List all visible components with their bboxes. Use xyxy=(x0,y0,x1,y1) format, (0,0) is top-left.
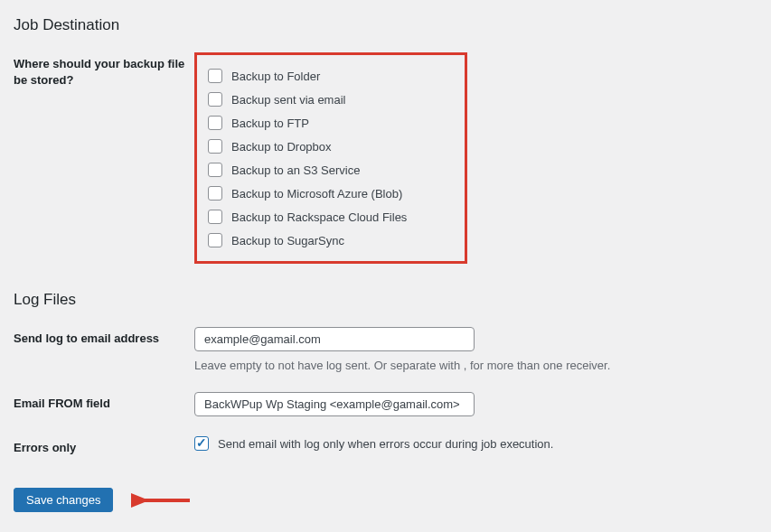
backup-to-azure-label[interactable]: Backup to Microsoft Azure (Blob) xyxy=(231,187,402,201)
backup-to-dropbox-label[interactable]: Backup to Dropbox xyxy=(231,140,332,154)
backup-to-folder-checkbox[interactable] xyxy=(208,69,222,83)
errors-only-checkbox[interactable] xyxy=(194,436,209,451)
backup-to-dropbox-checkbox[interactable] xyxy=(208,139,222,154)
destination-option: Backup to Rackspace Cloud Files xyxy=(208,205,454,229)
email-from-input[interactable] xyxy=(194,392,475,416)
backup-to-rackspace-label[interactable]: Backup to Rackspace Cloud Files xyxy=(231,210,407,224)
arrow-annotation-icon xyxy=(131,490,194,511)
backup-to-folder-label[interactable]: Backup to Folder xyxy=(231,70,320,83)
errors-only-label: Errors only xyxy=(14,436,194,456)
store-label: Where should your backup file be stored? xyxy=(14,52,194,89)
backup-to-sugarsync-label[interactable]: Backup to SugarSync xyxy=(231,234,344,247)
destination-options-box: Backup to Folder Backup sent via email B… xyxy=(194,52,467,264)
backup-to-s3-checkbox[interactable] xyxy=(208,163,222,177)
destination-option: Backup to an S3 Service xyxy=(208,158,454,182)
send-log-help: Leave empty to not have log sent. Or sep… xyxy=(194,359,757,372)
email-from-label: Email FROM field xyxy=(14,392,194,412)
backup-via-email-checkbox[interactable] xyxy=(208,92,222,107)
errors-only-text[interactable]: Send email with log only when errors occ… xyxy=(218,437,553,451)
destination-option: Backup sent via email xyxy=(208,88,454,111)
backup-to-azure-checkbox[interactable] xyxy=(208,186,222,201)
save-changes-button[interactable]: Save changes xyxy=(14,488,113,512)
send-log-label: Send log to email address xyxy=(14,327,194,347)
backup-to-s3-label[interactable]: Backup to an S3 Service xyxy=(231,163,360,177)
log-files-title: Log Files xyxy=(14,291,757,309)
backup-to-ftp-label[interactable]: Backup to FTP xyxy=(231,117,309,130)
destination-option: Backup to Microsoft Azure (Blob) xyxy=(208,182,454,205)
backup-to-rackspace-checkbox[interactable] xyxy=(208,210,222,224)
backup-to-sugarsync-checkbox[interactable] xyxy=(208,233,222,247)
send-log-input[interactable] xyxy=(194,327,475,351)
destination-option: Backup to Folder xyxy=(208,64,454,88)
job-destination-title: Job Destination xyxy=(14,16,757,34)
backup-via-email-label[interactable]: Backup sent via email xyxy=(231,93,345,107)
backup-to-ftp-checkbox[interactable] xyxy=(208,116,222,130)
destination-option: Backup to FTP xyxy=(208,111,454,135)
destination-option: Backup to Dropbox xyxy=(208,135,454,158)
destination-option: Backup to SugarSync xyxy=(208,229,454,252)
